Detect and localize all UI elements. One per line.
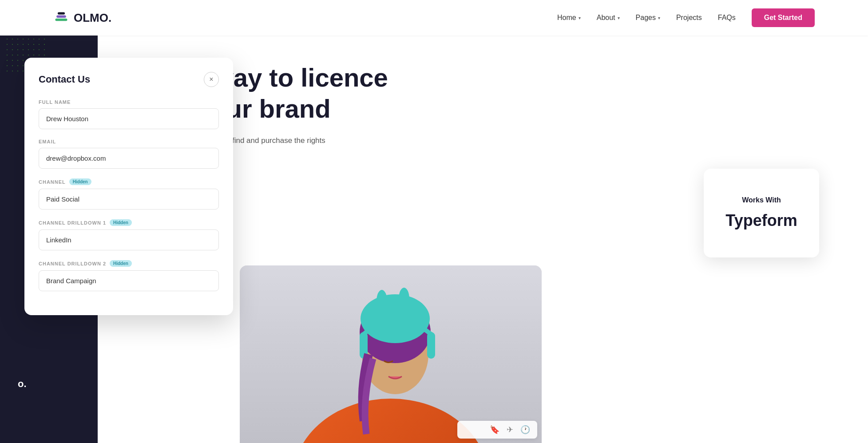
works-with-label: Works With bbox=[742, 196, 781, 204]
channel-drilldown2-hidden-badge: Hidden bbox=[110, 260, 132, 267]
full-name-label: FULL NAME bbox=[39, 99, 219, 105]
bookmark-icon[interactable]: 🔖 bbox=[490, 425, 499, 435]
nav-faqs[interactable]: FAQs bbox=[718, 14, 736, 22]
channel-drilldown1-hidden-badge: Hidden bbox=[110, 219, 132, 226]
full-name-input[interactable] bbox=[39, 108, 219, 129]
nav-pages[interactable]: Pages ▾ bbox=[636, 14, 660, 22]
hero-image: 🔖 ✈ 🕐 bbox=[240, 265, 542, 443]
clock-icon[interactable]: 🕐 bbox=[520, 425, 530, 435]
send-icon[interactable]: ✈ bbox=[507, 425, 513, 435]
svg-rect-2 bbox=[58, 12, 65, 14]
channel-drilldown2-group: CHANNEL DRILLDOWN 2 Hidden bbox=[39, 260, 219, 291]
hero-illustration bbox=[240, 265, 542, 443]
navbar: OLMO. Home ▾ About ▾ Pages ▾ Projects FA… bbox=[0, 0, 868, 36]
image-toolbar: 🔖 ✈ 🕐 bbox=[457, 421, 537, 439]
modal-header: Contact Us × bbox=[39, 72, 219, 87]
email-group: EMAIL bbox=[39, 139, 219, 169]
channel-drilldown1-group: CHANNEL DRILLDOWN 1 Hidden bbox=[39, 219, 219, 250]
works-with-brand: Typeform bbox=[725, 211, 797, 230]
nav-projects[interactable]: Projects bbox=[676, 14, 702, 22]
logo-text: OLMO. bbox=[74, 11, 111, 25]
home-chevron-icon: ▾ bbox=[579, 16, 581, 20]
nav-home[interactable]: Home ▾ bbox=[557, 14, 581, 22]
logo[interactable]: OLMO. bbox=[53, 10, 111, 26]
logo-icon bbox=[53, 10, 69, 26]
pages-chevron-icon: ▾ bbox=[658, 16, 660, 20]
navbar-nav: Home ▾ About ▾ Pages ▾ Projects FAQs Get… bbox=[557, 8, 815, 27]
channel-drilldown1-input[interactable] bbox=[39, 229, 219, 250]
channel-hidden-badge: Hidden bbox=[69, 178, 91, 185]
channel-group: CHANNEL Hidden bbox=[39, 178, 219, 210]
full-name-group: FULL NAME bbox=[39, 99, 219, 129]
channel-drilldown1-label: CHANNEL DRILLDOWN 1 Hidden bbox=[39, 219, 219, 226]
modal-title: Contact Us bbox=[39, 74, 90, 85]
svg-point-8 bbox=[377, 290, 387, 312]
svg-rect-1 bbox=[56, 16, 66, 18]
channel-drilldown2-label: CHANNEL DRILLDOWN 2 Hidden bbox=[39, 260, 219, 267]
contact-modal: Contact Us × FULL NAME EMAIL CHANNEL Hid… bbox=[24, 58, 233, 315]
get-started-button[interactable]: Get Started bbox=[752, 8, 815, 27]
sidebar-logo: o. bbox=[18, 378, 27, 390]
nav-about[interactable]: About ▾ bbox=[597, 14, 620, 22]
works-with-card: Works With Typeform bbox=[704, 169, 819, 257]
about-chevron-icon: ▾ bbox=[618, 16, 620, 20]
channel-label: CHANNEL Hidden bbox=[39, 178, 219, 185]
channel-drilldown2-input[interactable] bbox=[39, 270, 219, 291]
modal-close-button[interactable]: × bbox=[204, 72, 219, 87]
svg-rect-0 bbox=[55, 19, 67, 21]
email-label: EMAIL bbox=[39, 139, 219, 144]
channel-input[interactable] bbox=[39, 189, 219, 210]
svg-point-9 bbox=[399, 288, 409, 310]
svg-rect-11 bbox=[427, 332, 435, 359]
email-input[interactable] bbox=[39, 148, 219, 169]
